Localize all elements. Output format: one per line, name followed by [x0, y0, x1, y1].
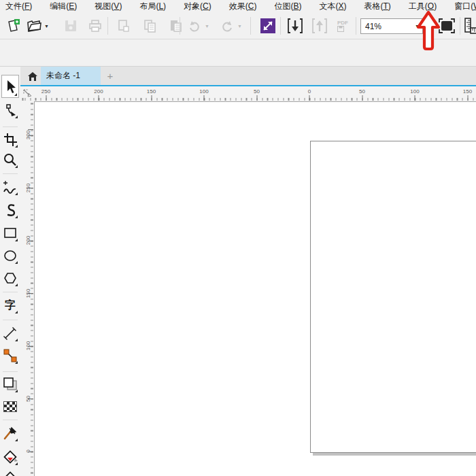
redo-button[interactable]	[219, 18, 235, 34]
tool-smart-fill[interactable]	[1, 471, 19, 476]
toolbar-separator	[280, 17, 281, 35]
tool-ellipse[interactable]	[1, 246, 19, 265]
toolbox-separator	[3, 371, 18, 372]
tool-eyedropper[interactable]	[1, 424, 19, 443]
import-icon	[286, 17, 304, 35]
menu-edit[interactable]: 编辑(E)	[50, 1, 77, 12]
menu-view[interactable]: 视图(V)	[95, 1, 122, 12]
menu-bitmaps[interactable]: 位图(B)	[274, 1, 301, 12]
tool-transparency[interactable]	[1, 397, 19, 416]
ruler-label: 50	[25, 392, 31, 405]
publish-to-pdf-button[interactable]: PDF	[333, 18, 352, 34]
ruler-label: 150	[25, 287, 31, 299]
toolbar-separator	[180, 17, 180, 35]
drawing-window[interactable]	[34, 101, 476, 476]
vertical-ruler[interactable]: 300 250 200 150 100 50 0	[20, 101, 34, 476]
flyout-indicator	[15, 261, 18, 264]
tool-connector[interactable]	[1, 346, 19, 365]
toolbox: 字	[0, 67, 20, 476]
redo-dropdown[interactable]: ▼	[235, 18, 244, 34]
tool-polygon[interactable]	[1, 269, 19, 288]
flyout-indicator	[15, 339, 18, 341]
copy-icon	[143, 19, 156, 33]
ruler-label: 100	[410, 88, 419, 95]
tool-interactive-fill[interactable]	[1, 447, 19, 466]
flyout-indicator	[15, 116, 18, 118]
document-page[interactable]	[310, 141, 476, 453]
search-content-button[interactable]	[260, 18, 276, 34]
tool-freehand[interactable]	[1, 177, 19, 197]
flyout-indicator	[15, 361, 18, 364]
zoom-level-combobox[interactable]: 41% ▼	[360, 18, 423, 34]
tool-drop-shadow[interactable]	[1, 375, 19, 394]
flyout-indicator	[15, 311, 18, 313]
open-button[interactable]	[26, 18, 42, 34]
tab-label: 未命名 -1	[46, 70, 80, 82]
menu-window[interactable]: 窗口(W)	[454, 1, 476, 12]
menu-table[interactable]: 表格(T)	[364, 1, 390, 12]
property-bar: A4 ▼ 210.0 mm 297.0 mm ▾ ▴ ▾ ▴	[0, 39, 476, 67]
welcome-home-button[interactable]	[24, 69, 41, 84]
document-tab-bar: 未命名 -1 +	[20, 67, 476, 85]
toolbox-separator	[3, 320, 18, 320]
tool-dimension[interactable]	[1, 324, 19, 343]
redo-icon	[220, 19, 235, 33]
ruler-label: 50	[359, 88, 365, 95]
undo-button[interactable]	[186, 18, 203, 34]
paste-button[interactable]	[167, 18, 184, 34]
save-button[interactable]	[63, 18, 79, 34]
smart-fill-tool-icon	[2, 471, 18, 476]
new-tab-button[interactable]: +	[103, 69, 117, 82]
tool-crop[interactable]	[1, 130, 19, 149]
plus-icon: +	[107, 70, 114, 82]
ruler-major-ticks	[20, 95, 476, 101]
tool-artistic-media[interactable]	[1, 201, 19, 220]
import-button[interactable]	[286, 18, 305, 34]
toolbar-separator	[460, 17, 460, 35]
pick-tool-icon	[3, 79, 17, 94]
tool-text[interactable]: 字	[1, 296, 19, 315]
open-dropdown[interactable]: ▼	[42, 18, 51, 34]
ruler-label: 150	[147, 88, 156, 95]
tool-shape[interactable]	[1, 101, 19, 120]
toolbox-separator	[3, 420, 18, 420]
undo-dropdown[interactable]: ▼	[203, 18, 211, 34]
menu-object[interactable]: 对象(C)	[184, 1, 211, 12]
menu-effects[interactable]: 效果(C)	[229, 1, 257, 12]
show-rulers-button[interactable]	[464, 18, 476, 34]
toolbar-separator	[107, 17, 108, 35]
tab-untitled-1[interactable]: 未命名 -1	[41, 67, 101, 85]
tool-pick[interactable]	[1, 75, 19, 98]
flyout-indicator	[15, 462, 18, 465]
ruler-label: 50	[254, 88, 260, 95]
print-button[interactable]	[87, 18, 103, 34]
toolbar-separator	[250, 17, 251, 35]
cut-button[interactable]	[116, 18, 132, 34]
standard-toolbar: ▼	[0, 13, 476, 39]
tool-rectangle[interactable]	[1, 224, 19, 243]
export-icon	[311, 17, 328, 35]
flyout-indicator	[15, 165, 18, 168]
flyout-indicator	[15, 439, 18, 441]
flyout-indicator	[15, 216, 18, 218]
ruler-label: 250	[25, 182, 31, 194]
ruler-label: 300	[25, 129, 31, 141]
copy-button[interactable]	[141, 18, 158, 34]
flyout-indicator	[15, 284, 18, 286]
menu-text[interactable]: 文本(X)	[319, 1, 346, 12]
menu-layout[interactable]: 布局(L)	[139, 1, 166, 12]
home-icon	[27, 71, 38, 82]
ruler-label: 0	[25, 445, 31, 458]
print-icon	[88, 19, 103, 33]
ruler-label: 200	[94, 88, 103, 95]
ruler-label: 100	[25, 340, 31, 352]
toolbox-separator	[3, 173, 18, 174]
horizontal-ruler[interactable]: 250 200 150 100 50 0 50 100 150	[20, 86, 476, 101]
export-button[interactable]	[310, 18, 329, 34]
new-document-button[interactable]	[5, 18, 22, 34]
pdf-icon: PDF	[337, 20, 348, 32]
rulers-icon	[464, 17, 476, 35]
menu-file[interactable]: 文件(F)	[5, 1, 32, 12]
text-tool-icon: 字	[5, 300, 16, 311]
tool-zoom[interactable]	[1, 150, 19, 169]
